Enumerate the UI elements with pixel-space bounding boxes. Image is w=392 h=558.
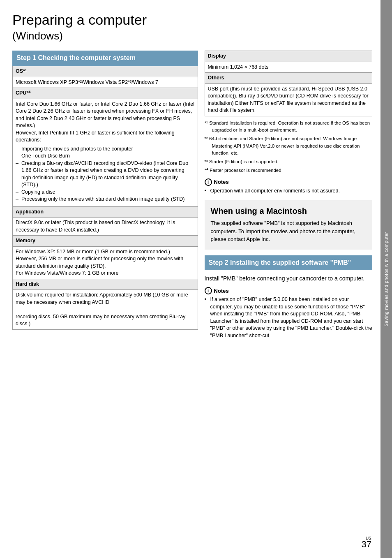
os-content: Microsoft Windows XP SP3*²/Windows Vista…: [13, 77, 198, 88]
others-label: Others: [205, 73, 372, 84]
footnote-3: *³ Starter (Edition) is not supported.: [205, 158, 373, 165]
notes-section: i Notes Operation with all computer envi…: [205, 178, 373, 195]
list-item: One Touch Disc Burn: [16, 153, 195, 160]
table-row: For Windows XP: 512 MB or more (1 GB or …: [13, 246, 198, 279]
list-item: Operation with all computer environments…: [205, 188, 373, 195]
list-item: Importing the movies and photos to the c…: [16, 146, 195, 153]
memory-content: For Windows XP: 512 MB or more (1 GB or …: [13, 246, 198, 279]
footnote-1: *¹ Standard installation is required. Op…: [205, 120, 373, 134]
left-column: Step 1 Checking the computer system OS*¹…: [12, 51, 198, 546]
table-row: Others: [205, 73, 372, 84]
step2-notes-label: Notes: [214, 288, 229, 294]
notes-header: i Notes: [205, 178, 373, 186]
cpu-label: CPU*⁴: [13, 88, 198, 99]
cpu-bullet-list: Importing the movies and photos to the c…: [16, 146, 195, 203]
macintosh-body: The supplied software "PMB" is not suppo…: [211, 219, 367, 243]
step2-header: Step 2 Installing the supplied software …: [205, 255, 373, 271]
step2-notes-icon: i: [205, 287, 212, 294]
step1-header: Step 1 Checking the computer system: [12, 51, 198, 66]
step2-intro: Install "PMB" before connecting your cam…: [205, 274, 373, 283]
footnote-2: *² 64-bit editions and Starter (Edition)…: [205, 135, 373, 157]
table-row: Application: [13, 206, 198, 218]
sidebar-tab: Saving movies and photos with a computer: [380, 0, 392, 558]
list-item: Processing only the movies with standard…: [16, 196, 195, 203]
cpu-text2: However, Intel Pentium III 1 GHz or fast…: [16, 130, 175, 143]
table-row: Microsoft Windows XP SP3*²/Windows Vista…: [13, 77, 198, 88]
cpu-text1: Intel Core Duo 1.66 GHz or faster, or In…: [16, 101, 194, 129]
table-row: Intel Core Duo 1.66 GHz or faster, or In…: [13, 99, 198, 206]
step2-notes-body: If a version of "PMB" under 5.0.00 has b…: [205, 296, 373, 339]
notes-body: Operation with all computer environments…: [205, 188, 373, 195]
display-label: Display: [205, 51, 372, 62]
table-row: Memory: [13, 236, 198, 247]
table-row: DirectX 9.0c or later (This product is b…: [13, 218, 198, 236]
cpu-content: Intel Core Duo 1.66 GHz or faster, or In…: [13, 99, 198, 206]
table-row: Minimum 1,024 × 768 dots: [205, 62, 372, 73]
page-subtitle: (Windows): [12, 30, 372, 42]
page-title: Preparing a computer: [12, 12, 372, 28]
macintosh-title: When using a Macintosh: [211, 206, 367, 216]
table-row: CPU*⁴: [13, 88, 198, 99]
macintosh-box: When using a Macintosh The supplied soft…: [205, 200, 373, 250]
application-label: Application: [13, 206, 198, 218]
table-row: USB port (this must be provided as stand…: [205, 83, 372, 116]
others-content: USB port (this must be provided as stand…: [205, 83, 372, 116]
page-number: 37: [362, 539, 371, 550]
harddisk-content: Disk volume required for installation: A…: [13, 290, 198, 330]
step2-notes-header: i Notes: [205, 287, 373, 294]
sidebar-tab-text: Saving movies and photos with a computer: [384, 232, 389, 326]
footnote-4: *⁴ Faster processor is recommended.: [205, 167, 373, 174]
step2-notes-section: i Notes If a version of "PMB" under 5.0.…: [205, 287, 373, 339]
list-item: If a version of "PMB" under 5.0.00 has b…: [205, 296, 373, 339]
table-row: Disk volume required for installation: A…: [13, 290, 198, 330]
os-label: OS*¹: [13, 66, 198, 77]
table-row: Hard disk: [13, 279, 198, 290]
list-item: Copying a disc: [16, 189, 195, 196]
memory-label: Memory: [13, 236, 198, 247]
spec-table: OS*¹ Microsoft Windows XP SP3*²/Windows …: [12, 66, 198, 330]
right-spec-table: Display Minimum 1,024 × 768 dots Others …: [205, 51, 373, 116]
display-content: Minimum 1,024 × 768 dots: [205, 62, 372, 73]
table-row: Display: [205, 51, 372, 62]
right-column: Display Minimum 1,024 × 768 dots Others …: [205, 51, 373, 546]
application-content: DirectX 9.0c or later (This product is b…: [13, 218, 198, 236]
footnotes: *¹ Standard installation is required. Op…: [205, 120, 373, 174]
harddisk-label: Hard disk: [13, 279, 198, 290]
table-row: OS*¹: [13, 66, 198, 77]
notes-label: Notes: [214, 179, 229, 185]
notes-icon: i: [205, 178, 212, 186]
list-item: Creating a Blu-ray disc/AVCHD recording …: [16, 160, 195, 189]
